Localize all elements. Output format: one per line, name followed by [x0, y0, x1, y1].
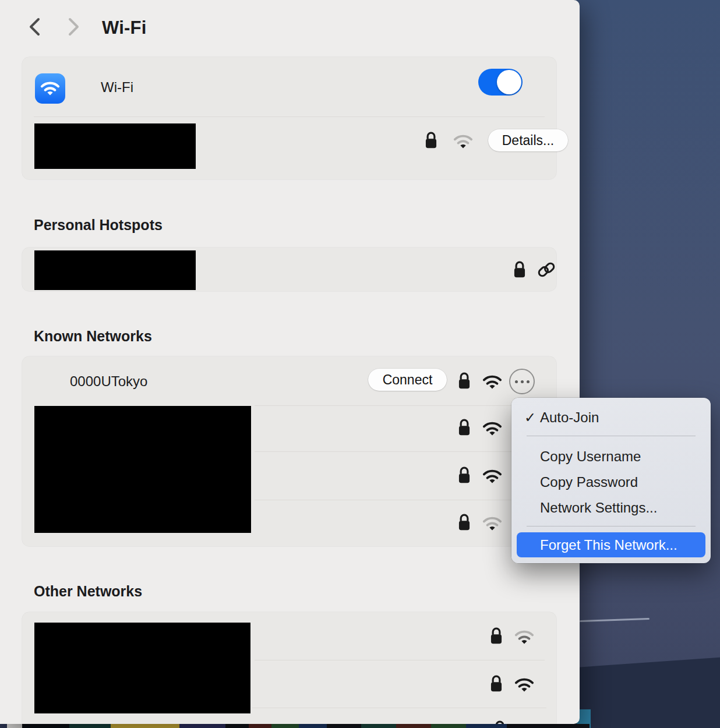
known-networks-heading: Known Networks [34, 328, 152, 345]
system-settings-window: Wi-Fi Wi-Fi [0, 0, 580, 724]
redacted-known-network-names [34, 406, 251, 533]
chevron-left-icon [27, 17, 42, 38]
personal-hotspots-card [22, 248, 556, 291]
lock-icon [457, 418, 471, 437]
wifi-signal-weak-icon [481, 515, 503, 532]
details-button[interactable]: Details... [488, 129, 568, 151]
wifi-app-icon [35, 73, 65, 104]
personal-hotspots-heading: Personal Hotspots [34, 217, 163, 234]
wallpaper-highlight-line [580, 618, 650, 622]
redacted-hotspot-name [34, 250, 196, 290]
wifi-signal-strong-icon [481, 373, 503, 391]
more-options-button[interactable] [509, 369, 535, 394]
row-separator [255, 451, 545, 452]
menu-separator [527, 526, 696, 526]
back-button[interactable] [23, 16, 45, 38]
page-title: Wi-Fi [102, 17, 146, 38]
network-name: 0000UTokyo [70, 373, 147, 390]
menu-item-auto-join[interactable]: ✓ Auto-Join [511, 405, 711, 430]
wifi-toggle-card: Wi-Fi Details... [22, 57, 556, 179]
row-separator [255, 500, 545, 500]
wifi-toggle-label: Wi-Fi [101, 79, 133, 96]
lock-icon [489, 627, 503, 645]
toggle-knob [497, 70, 521, 94]
menu-item-copy-username[interactable]: Copy Username [511, 444, 711, 469]
wifi-signal-strong-icon [513, 676, 535, 694]
checkmark-icon: ✓ [524, 409, 536, 426]
known-networks-card: 0000UTokyo Connect [22, 356, 556, 546]
lock-icon [457, 513, 471, 532]
lock-icon [513, 260, 527, 279]
wifi-signal-strong-icon [481, 468, 503, 485]
redacted-other-network-names [34, 623, 250, 713]
wifi-signal-weak-icon [452, 133, 474, 150]
other-networks-card [22, 612, 556, 724]
lock-icon [457, 372, 471, 390]
wifi-signal-strong-icon [481, 420, 503, 437]
chevron-right-icon [66, 17, 82, 38]
row-separator [255, 660, 545, 660]
lock-icon [457, 466, 471, 485]
row-separator [255, 405, 545, 406]
lock-icon [424, 131, 438, 150]
menu-item-network-settings[interactable]: Network Settings... [511, 495, 711, 521]
menu-separator [527, 436, 696, 436]
row-separator [252, 708, 546, 708]
lock-icon-partial [493, 720, 507, 724]
connect-button[interactable]: Connect [368, 369, 447, 391]
card-separator [34, 116, 545, 117]
network-context-menu: ✓ Auto-Join Copy Username Copy Password … [511, 398, 711, 563]
link-icon [536, 259, 557, 280]
dock-strip [0, 724, 590, 728]
ellipsis-icon [515, 380, 518, 383]
lock-icon [489, 674, 503, 693]
other-networks-heading: Other Networks [34, 583, 142, 600]
desktop: Wi-Fi Wi-Fi [0, 0, 720, 728]
wifi-signal-medium-icon [513, 628, 535, 646]
redacted-current-network-name [34, 123, 196, 169]
wifi-toggle-switch[interactable] [478, 69, 523, 96]
menu-item-forget-this-network[interactable]: Forget This Network... [517, 532, 705, 557]
forward-button[interactable] [63, 16, 85, 38]
menu-item-copy-password[interactable]: Copy Password [511, 469, 711, 495]
